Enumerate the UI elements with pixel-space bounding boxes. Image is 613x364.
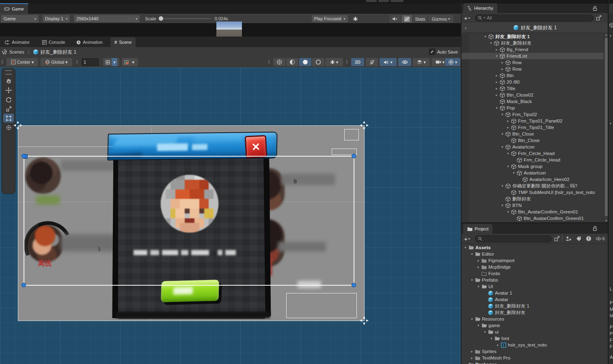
anchor-gizmo-icon[interactable]: [360, 121, 369, 130]
project-item[interactable]: Fonts: [462, 270, 607, 277]
expand-arrow-icon[interactable]: ▸: [469, 356, 475, 360]
gizmos-toggle-dropdown[interactable]: ▾: [445, 58, 461, 67]
expand-arrow-icon[interactable]: ▾: [469, 317, 475, 321]
hierarchy-item[interactable]: ▾ Frm_Circle_Head: [462, 150, 604, 157]
hierarchy-item[interactable]: TMP SubMeshUI [hslr_sys_text_noto: [462, 189, 604, 196]
lock-icon[interactable]: [592, 226, 598, 231]
hierarchy-item[interactable]: ▾ Pop: [462, 105, 604, 111]
search-by-type-icon[interactable]: [566, 236, 572, 241]
game-view-dropdown[interactable]: Game▾: [1, 15, 39, 23]
tab-console[interactable]: Console: [38, 37, 69, 47]
expand-arrow-icon[interactable]: ▾: [494, 106, 499, 110]
expand-arrow-icon[interactable]: ▾: [469, 278, 475, 282]
project-item[interactable]: ▸ F hslr_sys_text_noto: [462, 342, 607, 348]
project-menu-icon[interactable]: [600, 225, 605, 232]
project-item[interactable]: 好友_删除好友 1: [462, 303, 607, 309]
expand-arrow-icon[interactable]: ▸: [476, 265, 481, 269]
hierarchy-item[interactable]: ▸ Frm_Tips01_Panel02: [462, 118, 604, 124]
tab-animator[interactable]: Animator: [1, 37, 34, 47]
expand-arrow-icon[interactable]: ▸: [495, 343, 501, 347]
project-item[interactable]: ▾ Resources: [462, 316, 607, 322]
hierarchy-item[interactable]: Btn_Close: [462, 137, 604, 144]
hierarchy-item[interactable]: ▸ Frm_Tips01_Title: [462, 124, 604, 131]
hierarchy-menu-icon[interactable]: [600, 5, 605, 12]
hand-tool-button[interactable]: [3, 76, 14, 85]
shading-wireframe-button[interactable]: [273, 58, 286, 67]
scene-audio-dropdown[interactable]: ▾: [379, 58, 397, 67]
expand-arrow-icon[interactable]: ▾: [500, 112, 505, 116]
shading-shaded-wire-button[interactable]: [286, 58, 299, 67]
expand-arrow-icon[interactable]: ▾: [494, 54, 499, 58]
expand-arrow-icon[interactable]: ▸: [494, 93, 499, 97]
create-button[interactable]: + ▾: [464, 236, 470, 242]
hierarchy-item[interactable]: Btn_AvatarConfirm_Green01: [462, 215, 604, 222]
popup-close-button[interactable]: ✕: [245, 135, 268, 159]
scene-viewport[interactable]: 7654322 1 离线 8: [0, 67, 461, 364]
expand-arrow-icon[interactable]: ▾: [511, 171, 516, 175]
hierarchy-item[interactable]: ▾ 你确定要删除 關於你的歌... 吗?: [462, 183, 604, 189]
hierarchy-item[interactable]: ▸ 20 /80: [462, 79, 604, 85]
expand-arrow-icon[interactable]: ▸: [476, 258, 481, 263]
hierarchy-item[interactable]: AvatarIcon_Hero02: [462, 176, 604, 183]
hierarchy-item[interactable]: ▾ AvatarIcon: [462, 170, 604, 176]
pivot-mode-button[interactable]: Center▾: [6, 58, 39, 67]
window-button[interactable]: [378, 0, 389, 2]
project-item[interactable]: ▾ game: [462, 322, 607, 329]
expand-arrow-icon[interactable]: ▾: [610, 122, 611, 125]
hierarchy-item[interactable]: ▾ Frm_Tips02: [462, 111, 604, 118]
expand-arrow-icon[interactable]: ▾: [483, 34, 488, 39]
window-button[interactable]: [366, 0, 377, 2]
lock-icon[interactable]: [592, 6, 598, 11]
hierarchy-search-input[interactable]: ▾ All: [475, 15, 594, 22]
move-tool-button[interactable]: [3, 86, 14, 95]
selection-edge-bottom[interactable]: [24, 285, 354, 286]
drag-handle[interactable]: ‖: [268, 59, 270, 65]
transform-tool-button[interactable]: [3, 123, 14, 132]
stats-button[interactable]: Stats: [412, 15, 428, 23]
picker-icon[interactable]: [554, 236, 560, 241]
project-item[interactable]: ▾ UI: [462, 283, 607, 290]
expand-arrow-icon[interactable]: ▾: [488, 41, 494, 45]
expand-arrow-icon[interactable]: ▸: [505, 125, 511, 129]
scene-lighting-button[interactable]: [365, 58, 378, 67]
rotate-tool-button[interactable]: [3, 95, 14, 104]
project-item[interactable]: ▸ Sprites: [462, 348, 607, 355]
debug-draw-dropdown[interactable]: ▾: [325, 58, 343, 67]
expand-arrow-icon[interactable]: ▾: [463, 246, 468, 250]
auto-save-toggle[interactable]: ✓ Auto Save: [429, 49, 458, 55]
back-chevron-icon[interactable]: ‹: [465, 25, 466, 31]
expand-arrow-icon[interactable]: ▾: [476, 284, 481, 289]
rect-tool-button[interactable]: [3, 114, 14, 123]
expand-arrow-icon[interactable]: ▸: [500, 60, 505, 65]
hierarchy-item[interactable]: ▾ BTN: [462, 202, 604, 209]
expand-arrow-icon[interactable]: ▾: [489, 336, 494, 340]
unimported-assets-icon[interactable]: [586, 236, 591, 241]
hierarchy-item[interactable]: Mask_Black: [462, 98, 604, 105]
overlay-drag-handle[interactable]: [5, 70, 12, 75]
expand-arrow-icon[interactable]: ▸: [469, 349, 475, 353]
scenes-label[interactable]: Scenes: [9, 50, 24, 54]
resolution-dropdown[interactable]: 2560x1440▾: [73, 15, 140, 23]
project-item[interactable]: ▸ Packages: [462, 361, 607, 364]
tab-scene[interactable]: # Scene: [110, 37, 136, 47]
selection-edge-left[interactable]: [24, 156, 24, 285]
project-search-input[interactable]: [475, 235, 552, 242]
expand-arrow-icon[interactable]: ▾: [500, 203, 505, 207]
search-by-label-icon[interactable]: [576, 236, 581, 241]
selection-handle-tl[interactable]: [22, 154, 26, 158]
hierarchy-item[interactable]: ▸ Bg_Friend: [462, 46, 604, 53]
expand-arrow-icon[interactable]: ▾: [482, 330, 488, 334]
selection-edge-right[interactable]: [354, 156, 354, 285]
mute-audio-button[interactable]: [389, 15, 401, 23]
expand-arrow-icon[interactable]: ▸: [494, 47, 499, 52]
hierarchy-item[interactable]: ▾ 好友_删除好友 1: [462, 33, 604, 40]
layers-dropdown[interactable]: ▾: [412, 58, 430, 67]
hierarchy-item[interactable]: ▾ Mask group: [462, 163, 604, 170]
hierarchy-item[interactable]: ▾ 好友_删除好友: [462, 40, 604, 46]
expand-arrow-icon[interactable]: ▾: [476, 323, 481, 327]
expand-arrow-icon[interactable]: ▾: [500, 145, 505, 149]
project-item[interactable]: ▾ Editor: [462, 251, 607, 257]
expand-arrow-icon[interactable]: ▸: [463, 362, 468, 364]
scale-tool-button[interactable]: [3, 104, 14, 113]
prefab-header-menu-icon[interactable]: [600, 24, 605, 31]
